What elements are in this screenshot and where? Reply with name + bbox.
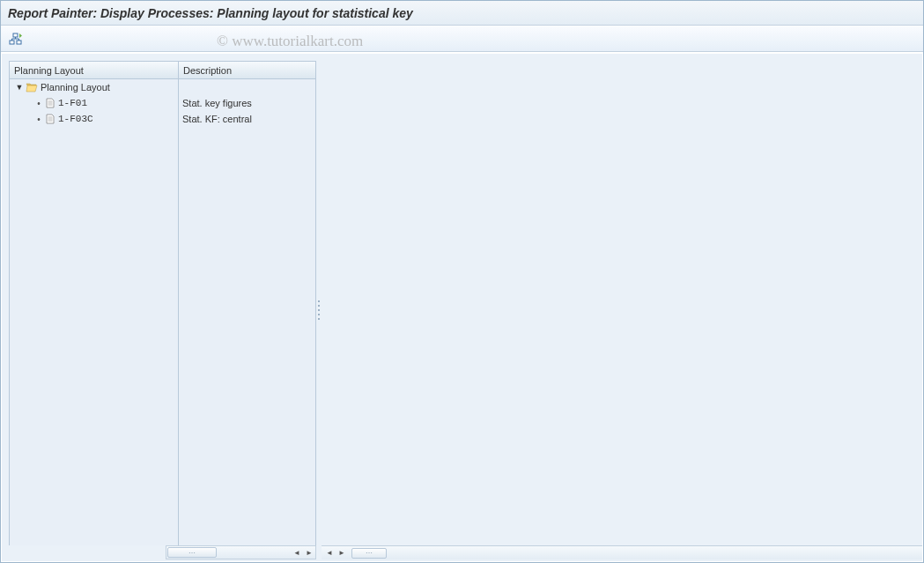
tree-bottom-bar: ⋯ ◄ ►	[9, 545, 316, 559]
hierarchy-icon	[9, 33, 23, 45]
scroll-arrows: ◄ ►	[291, 546, 315, 559]
scroll-thumb[interactable]: ⋯	[351, 548, 387, 559]
content-area: Planning Layout ▼ Planning Layout •	[2, 54, 922, 561]
scroll-left-icon[interactable]: ◄	[291, 546, 303, 559]
tree-horizontal-scrollbar[interactable]: ⋯ ◄ ►	[166, 545, 316, 559]
desc-row: Stat. key figures	[179, 95, 315, 111]
column-header-layout[interactable]: Planning Layout	[10, 62, 178, 79]
tree-item-code: 1-F01	[58, 98, 87, 108]
tree-container: Planning Layout ▼ Planning Layout •	[9, 61, 316, 545]
desc-text: Stat. KF: central	[182, 114, 252, 124]
splitter-grip-icon	[317, 299, 321, 322]
page-title: Report Painter: Display Processes: Plann…	[8, 6, 413, 20]
svg-rect-0	[13, 33, 18, 37]
svg-rect-1	[10, 41, 14, 44]
tree-item-row[interactable]: • 1-F03C	[10, 111, 178, 127]
tree-item-row[interactable]: • 1-F01	[10, 95, 178, 111]
desc-row: Stat. KF: central	[179, 111, 315, 127]
expand-arrow-icon[interactable]: ▼	[15, 83, 24, 92]
column-layout: Planning Layout ▼ Planning Layout •	[9, 61, 178, 545]
bullet-icon: •	[36, 116, 41, 122]
title-bar: Report Painter: Display Processes: Plann…	[1, 1, 923, 26]
scroll-spacer	[9, 545, 166, 559]
desc-text: Stat. key figures	[182, 98, 252, 108]
column-body-description: Stat. key figures Stat. KF: central	[179, 79, 315, 545]
detail-horizontal-scrollbar[interactable]: ◄ ► ⋯	[322, 545, 922, 559]
desc-row-root	[179, 79, 315, 95]
column-body-layout: ▼ Planning Layout •	[10, 79, 178, 545]
scroll-right-icon[interactable]: ►	[336, 547, 348, 559]
tree-panel: Planning Layout ▼ Planning Layout •	[9, 61, 316, 559]
document-icon	[45, 98, 55, 108]
scroll-left-icon[interactable]: ◄	[323, 547, 336, 559]
tree-root-row[interactable]: ▼ Planning Layout	[10, 79, 178, 95]
bullet-icon: •	[36, 100, 41, 106]
scroll-right-icon[interactable]: ►	[303, 546, 315, 559]
column-header-description[interactable]: Description	[179, 62, 315, 79]
scroll-thumb[interactable]: ⋯	[167, 547, 217, 558]
toolbar	[1, 26, 923, 52]
document-icon	[45, 114, 55, 124]
hierarchy-button[interactable]	[5, 29, 26, 48]
detail-panel: ◄ ► ⋯	[322, 61, 922, 559]
detail-content	[322, 61, 922, 545]
tree-item-code: 1-F03C	[58, 114, 93, 124]
tree-root-label: Planning Layout	[41, 82, 110, 93]
column-description: Description Stat. key figures Stat. KF: …	[178, 61, 316, 545]
folder-open-icon	[26, 82, 38, 93]
window: Report Painter: Display Processes: Plann…	[0, 0, 924, 563]
splitter-handle[interactable]	[316, 61, 322, 559]
svg-rect-2	[17, 41, 21, 44]
